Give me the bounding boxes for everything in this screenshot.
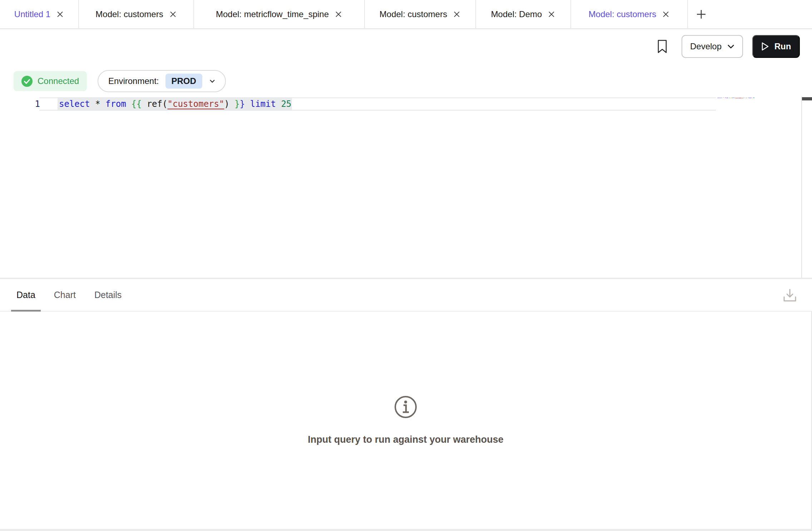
editor-toolbar: Develop Run — [0, 29, 812, 64]
close-icon[interactable] — [56, 10, 64, 18]
scrollbar-thumb[interactable] — [802, 97, 812, 100]
close-icon[interactable] — [548, 10, 555, 18]
empty-state-message: Input query to run against your warehous… — [308, 434, 504, 445]
ide-window: Untitled 1 Model: customers Model: metri… — [0, 0, 812, 531]
close-icon[interactable] — [662, 10, 670, 18]
tab-label: Model: customers — [380, 9, 447, 19]
editor-scrollbar[interactable] — [801, 96, 812, 278]
tab-details[interactable]: Details — [89, 279, 127, 311]
bookmark-button[interactable] — [654, 37, 670, 56]
minimap-code: select * from {{ ref("customers") }} lim… — [717, 97, 754, 98]
chevron-down-icon — [727, 44, 734, 49]
tab-untitled-1[interactable]: Untitled 1 — [0, 0, 79, 28]
tab-details-label: Details — [94, 290, 122, 300]
develop-label: Develop — [690, 41, 722, 51]
editor-minimap[interactable]: select * from {{ ref("customers") }} lim… — [717, 97, 754, 98]
results-tab-bar: Data Chart Details — [0, 279, 812, 312]
line-number: 1 — [18, 97, 40, 111]
run-play-icon — [761, 42, 769, 51]
tab-label: Model: Demo — [491, 9, 542, 19]
close-icon[interactable] — [453, 10, 461, 18]
environment-label: Environment: — [108, 76, 159, 86]
info-icon — [394, 396, 417, 418]
close-icon[interactable] — [335, 10, 342, 18]
window-bottom-border — [0, 529, 812, 531]
connection-status-row: Connected Environment: PROD — [14, 70, 812, 92]
tab-model-metricflow-time-spine[interactable]: Model: metricflow_time_spine — [194, 0, 365, 28]
sql-editor[interactable]: 1 select * from {{ ref("customers") }} l… — [0, 92, 812, 278]
tab-model-customers-1[interactable]: Model: customers — [79, 0, 194, 28]
editor-tab-bar: Untitled 1 Model: customers Model: metri… — [0, 0, 812, 29]
develop-mode-button[interactable]: Develop — [682, 35, 743, 58]
tab-model-demo[interactable]: Model: Demo — [476, 0, 571, 28]
tab-label: Untitled 1 — [14, 9, 50, 19]
tab-data-label: Data — [16, 290, 35, 300]
close-icon[interactable] — [169, 10, 177, 18]
results-empty-state: Input query to run against your warehous… — [0, 312, 812, 529]
new-tab-plus-icon — [696, 9, 707, 20]
bookmark-icon — [657, 39, 668, 54]
tab-label: Model: metricflow_time_spine — [216, 9, 329, 19]
run-label: Run — [774, 41, 791, 51]
tab-label: Model: customers — [95, 9, 163, 19]
tab-chart-label: Chart — [54, 290, 76, 300]
tab-data[interactable]: Data — [11, 279, 41, 311]
download-results-button[interactable] — [782, 287, 798, 303]
tab-chart[interactable]: Chart — [49, 279, 81, 311]
run-button[interactable]: Run — [752, 35, 800, 58]
connected-status-badge: Connected — [14, 71, 87, 91]
tab-model-customers-2[interactable]: Model: customers — [365, 0, 476, 28]
environment-value-chip: PROD — [165, 74, 202, 89]
connected-check-icon — [21, 76, 33, 87]
download-icon — [782, 287, 798, 303]
tab-label: Model: customers — [589, 9, 656, 19]
new-tab-button[interactable] — [688, 0, 714, 28]
environment-selector[interactable]: Environment: PROD — [98, 70, 226, 92]
chevron-down-icon — [209, 79, 215, 83]
code-line-text[interactable]: select * from {{ ref("customers") }} lim… — [59, 97, 291, 111]
tab-model-customers-3[interactable]: Model: customers — [571, 0, 688, 28]
connected-label: Connected — [38, 76, 79, 86]
